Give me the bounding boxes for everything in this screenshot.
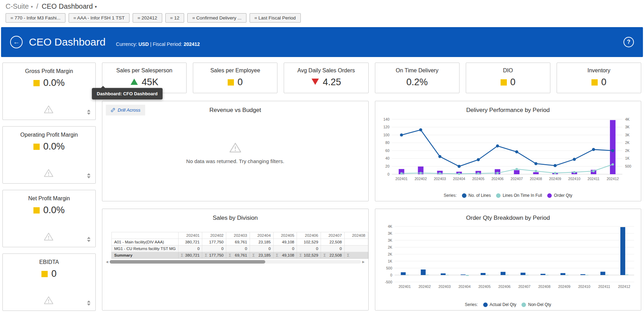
svg-text:202406: 202406 [491,177,503,181]
legend-series-name: Lines On Time In Full [503,193,542,198]
legend-item[interactable]: No. of Lines [462,193,491,198]
svg-text:2K: 2K [625,148,629,153]
legend-item[interactable]: Lines On Time In Full [496,193,542,198]
breadcrumb-separator: / [36,2,38,10]
panel-title: Sales by Division [102,209,368,222]
filter-chip-delivery[interactable]: = Confirmed Delivery ... [187,13,246,23]
drill-across-button[interactable]: Drill Across [106,105,145,115]
table-row[interactable]: A01 - Main facility(DIV AAA)380,721177,7… [112,239,368,245]
kpi-status-indicator [228,79,234,86]
svg-text:202402: 202402 [418,284,431,289]
kpi-card-avg-daily-sales-orders[interactable]: Avg Daily Sales Orders 4.25 [284,63,368,93]
legend-dot-icon [547,193,552,198]
table-col-header[interactable]: 202404 [250,232,273,239]
kpi-title: Sales per Employee [193,67,277,74]
no-data-message: No data was returned. Try changing filte… [102,142,368,164]
kpi-title: Sales per Salesperson [102,67,186,74]
panel-title: Delivery Performance by Period [375,101,641,114]
filter-chip-fiscal-period[interactable]: = Last Fiscal Period [250,13,301,23]
warning-icon [44,169,53,179]
kpi-trend-up-icon [130,78,138,87]
table-col-header[interactable]: 202402 [202,232,226,239]
table-col-header[interactable]: 202405 [273,232,297,239]
kpi-title: On Time Delivery [375,67,459,74]
delivery-performance-chart[interactable]: 0204060801001201404K3K3K2K2K1K5002024012… [375,115,641,185]
svg-text:40: 40 [385,156,390,160]
breadcrumb-page-dropdown[interactable]: CEO Dashboard▾ [42,2,97,10]
kpi-status-indicator [41,271,48,277]
svg-text:3K: 3K [387,231,392,235]
kpi-title: DIO [466,67,550,74]
legend-item[interactable]: Non-Del Qty [521,302,551,307]
arrow-down-icon [87,113,91,115]
scrollbar-thumb[interactable] [110,260,265,264]
kpi-value: 0 [51,268,56,279]
warning-icon [44,296,53,306]
dashboard-banner: ← CEO Dashboard Currency: USD | Fiscal P… [1,27,643,57]
drill-tooltip: Dashboard: CFO Dashboard [92,88,163,99]
legend-item[interactable]: Actual Del Qty [483,302,517,307]
sort-stepper[interactable] [87,300,91,306]
table-header-row: 2024012024022024032024042024052024062024… [112,232,368,239]
kpi-status-indicator [33,207,40,214]
fiscal-period-value: 202412 [183,41,200,47]
kpi-card-dio[interactable]: DIO 0 [466,63,550,93]
svg-text:3K: 3K [625,125,629,129]
svg-text:0: 0 [390,273,392,277]
sales-division-table-wrap: 2024012024022024032024042024052024062024… [111,232,368,259]
legend-series-name: Order Qty [554,193,572,198]
kpi-title: Operating Profit Margin [3,132,95,138]
filter-chip-period[interactable]: = 202412 [133,13,162,23]
svg-text:202404: 202404 [458,284,470,289]
legend-dot-icon [496,193,501,198]
kpi-value: 0 [237,77,243,88]
page-title: CEO Dashboard [29,36,105,48]
svg-text:202401: 202401 [395,177,407,181]
svg-text:202408: 202408 [538,284,550,289]
chart-legend: Series:No. of LinesLines On Time In Full… [375,193,641,198]
table-col-header[interactable]: 202401 [178,232,202,239]
table-col-header[interactable] [112,232,179,239]
scroll-left-icon[interactable]: ◀ [106,260,108,264]
sales-division-table[interactable]: 2024012024022024032024042024052024062024… [111,232,368,259]
kpi-card-ebidta: EBIDTA 0 [2,253,96,311]
order-qty-breakdown-chart[interactable]: 4K3K3K2K2K1K5000-50020240120240220240320… [375,223,641,292]
filter-chip-company[interactable]: = 770 - Infor M3 Fashi... [6,13,65,23]
panel-revenue-vs-budget: Drill Across Revenue vs Budget No data w… [102,101,369,201]
svg-text:202406: 202406 [498,284,510,289]
kpi-card-on-time-delivery[interactable]: On Time Delivery 0.2% [375,63,460,93]
svg-text:202407: 202407 [518,284,530,289]
kpi-title: Inventory [557,67,641,74]
sort-stepper[interactable] [87,173,91,178]
table-col-header[interactable]: 202408 [344,232,368,239]
kpi-card-inventory[interactable]: Inventory 0 [557,63,641,93]
kpi-status-indicator [33,144,40,150]
help-button[interactable]: ? [623,37,634,47]
svg-text:202412: 202412 [606,177,619,181]
svg-text:500: 500 [386,266,392,270]
table-col-header[interactable]: 202403 [226,232,250,239]
svg-text:202405: 202405 [478,284,490,289]
legend-series-name: No. of Lines [469,193,491,198]
chart-legend: Series:Actual Del QtyNon-Del Qty [375,302,641,307]
arrow-down-icon [87,304,91,306]
svg-text:202409: 202409 [558,284,570,289]
filter-chip-division[interactable]: = AAA - Infor FSH 1 TST [69,13,129,23]
table-summary-row[interactable]: SummaryΣ380,721Σ177,750Σ69,761Σ23,185Σ49… [112,252,368,259]
table-row[interactable]: MG1 - CU Returns facility TST MG0000000 [112,245,368,252]
scroll-right-icon[interactable]: ▶ [362,260,365,264]
sort-stepper[interactable] [87,110,91,115]
breadcrumb-section-dropdown[interactable]: C-Suite▾ [6,2,33,10]
arrow-down-icon [87,240,91,242]
kpi-card-sales-per-employee[interactable]: Sales per Employee 0 [193,63,277,93]
sort-stepper[interactable] [87,237,91,242]
table-col-header[interactable]: 202407 [321,232,345,239]
arrow-up-icon [87,110,91,112]
svg-text:60: 60 [385,148,390,153]
legend-item[interactable]: Order Qty [547,193,572,198]
table-col-header[interactable]: 202406 [297,232,321,239]
back-button[interactable]: ← [10,36,23,48]
svg-text:500: 500 [625,164,631,168]
scrollbar-track[interactable] [110,260,361,264]
filter-chip-month[interactable]: = 12 [165,13,184,23]
